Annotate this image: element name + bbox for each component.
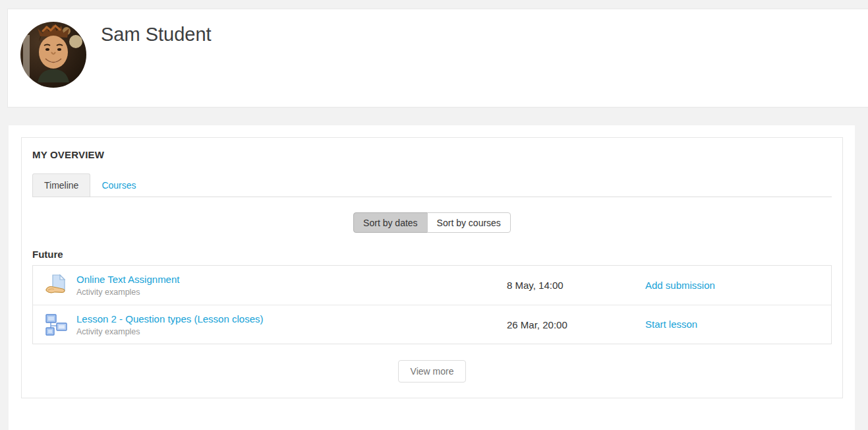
timeline-event-list: Online Text Assignment Activity examples… [32,265,832,344]
sort-by-dates-button[interactable]: Sort by dates [353,212,428,233]
future-section-heading: Future [32,249,832,260]
add-submission-link[interactable]: Add submission [645,280,715,291]
sort-controls-row: Sort by dates Sort by courses [22,212,842,233]
user-avatar[interactable] [20,22,86,88]
event-action-cell: Add submission [645,280,820,292]
tab-courses[interactable]: Courses [90,174,147,197]
lesson-icon [44,313,69,337]
assignment-icon [44,273,69,297]
event-title-link[interactable]: Lesson 2 - Question types (Lesson closes… [76,313,263,324]
sort-button-group: Sort by dates Sort by courses [353,212,511,233]
event-action-cell: Start lesson [645,319,820,330]
event-course-name: Activity examples [76,288,507,297]
view-more-button[interactable]: View more [398,360,467,383]
event-course-name: Activity examples [76,327,507,336]
sort-by-courses-button[interactable]: Sort by courses [427,212,511,233]
event-title-link[interactable]: Online Text Assignment [76,274,179,285]
my-overview-block: MY OVERVIEW Timeline Courses Sort by dat… [21,137,843,398]
page-title-user-name: Sam Student [101,24,212,46]
event-info: Lesson 2 - Question types (Lesson closes… [76,313,507,336]
block-title: MY OVERVIEW [32,149,832,160]
view-more-row: View more [22,360,842,383]
event-due-date: 26 Mar, 20:00 [507,319,645,330]
timeline-event-row: Online Text Assignment Activity examples… [33,266,831,305]
main-content-region: MY OVERVIEW Timeline Courses Sort by dat… [9,125,855,430]
user-header-card: Sam Student [7,9,868,108]
start-lesson-link[interactable]: Start lesson [645,319,697,330]
timeline-event-row: Lesson 2 - Question types (Lesson closes… [33,305,831,344]
tab-timeline[interactable]: Timeline [32,173,90,197]
event-info: Online Text Assignment Activity examples [76,274,507,297]
overview-tab-bar: Timeline Courses [32,173,832,197]
event-due-date: 8 May, 14:00 [507,280,645,291]
avatar-photo-illustration [20,22,86,88]
